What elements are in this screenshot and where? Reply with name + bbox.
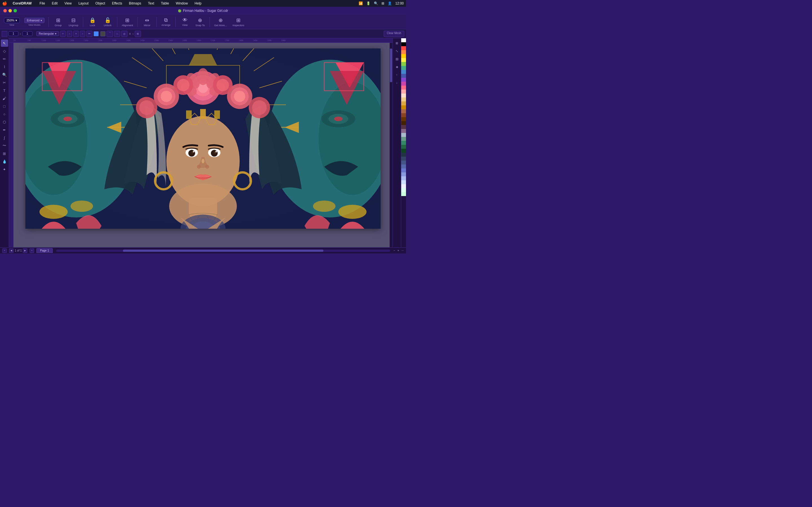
lock-button[interactable]: 🔒 Lock: [86, 16, 100, 28]
right-layers-btn[interactable]: ▤: [393, 55, 401, 62]
select-tool-btn[interactable]: ↖: [1, 40, 8, 47]
text-tool-btn[interactable]: T: [1, 87, 8, 94]
palette-color-25[interactable]: [401, 137, 406, 141]
palette-color-1[interactable]: [401, 42, 406, 46]
palette-color-16[interactable]: [401, 101, 406, 105]
menu-file[interactable]: File: [38, 1, 46, 6]
menu-window[interactable]: Window: [174, 1, 189, 6]
palette-color-31[interactable]: [401, 161, 406, 165]
right-download-btn[interactable]: ↓: [393, 79, 401, 86]
group-button[interactable]: ⊞ Group: [51, 16, 65, 28]
menu-edit[interactable]: Edit: [51, 1, 59, 6]
next-page-btn[interactable]: ▶: [23, 248, 28, 253]
palette-color-34[interactable]: [401, 172, 406, 176]
alignment-button[interactable]: ⊞ Alignment: [119, 16, 135, 28]
ungroup-button[interactable]: ⊟ Ungroup: [66, 16, 81, 28]
pen-edit-btn[interactable]: ✏: [86, 31, 93, 37]
palette-color-24[interactable]: [401, 133, 406, 137]
x-coord[interactable]: 1: [8, 31, 18, 36]
paint-tool-btn[interactable]: 🖌: [1, 95, 8, 102]
menu-bitmaps[interactable]: Bitmaps: [128, 1, 142, 6]
node-stepper[interactable]: ↕: [133, 33, 134, 35]
clear-mesh-button[interactable]: Clear Mesh: [384, 31, 404, 37]
right-transform-btn[interactable]: ⤡: [393, 47, 401, 55]
remove-row-btn[interactable]: −: [67, 31, 72, 37]
add-page-btn[interactable]: +: [2, 248, 7, 253]
fill-color-swatch[interactable]: [94, 31, 99, 36]
palette-color-6[interactable]: [401, 62, 406, 66]
palette-color-9[interactable]: [401, 74, 406, 78]
palette-color-28[interactable]: [401, 149, 406, 153]
v-scroll-thumb[interactable]: [390, 48, 392, 82]
palette-color-10[interactable]: [401, 78, 406, 82]
inspectors-button[interactable]: ⊞ Inspectors: [231, 16, 247, 28]
palette-color-22[interactable]: [401, 125, 406, 129]
shape-type-select[interactable]: Rectangular ▾: [36, 31, 59, 36]
palette-color-21[interactable]: [401, 121, 406, 125]
palette-color-33[interactable]: [401, 168, 406, 172]
arrange-button[interactable]: ⧉ Arrange: [159, 16, 173, 27]
menu-object[interactable]: Object: [94, 1, 106, 6]
palette-color-18[interactable]: [401, 109, 406, 113]
palette-color-29[interactable]: [401, 153, 406, 157]
add-row-btn[interactable]: +: [60, 31, 65, 37]
smear-btn[interactable]: 〜: [1, 142, 8, 149]
add-col-btn[interactable]: +: [73, 31, 79, 37]
minimize-button[interactable]: [8, 9, 12, 12]
palette-color-20[interactable]: [401, 117, 406, 121]
get-more-button[interactable]: ⊕ Get More...: [212, 16, 229, 28]
palette-color-32[interactable]: [401, 165, 406, 168]
pen-tool-btn[interactable]: ✒: [1, 126, 8, 133]
vertical-scrollbar[interactable]: [390, 43, 393, 247]
remove-col-btn[interactable]: −: [80, 31, 85, 37]
palette-color-39[interactable]: [401, 192, 406, 196]
unlock-button[interactable]: 🔓 Unlock: [101, 16, 115, 28]
palette-color-14[interactable]: [401, 94, 406, 98]
menu-table[interactable]: Table: [160, 1, 170, 6]
palette-color-36[interactable]: [401, 180, 406, 184]
palette-color-19[interactable]: [401, 113, 406, 117]
palette-color-15[interactable]: [401, 98, 406, 101]
maximize-button[interactable]: [13, 9, 17, 12]
prev-page-btn[interactable]: ◀: [9, 248, 13, 253]
menu-layout[interactable]: Layout: [77, 1, 90, 6]
palette-color-7[interactable]: [401, 66, 406, 70]
snap-to-button[interactable]: ⊕ Snap To: [193, 16, 207, 28]
apple-menu[interactable]: 🍎: [2, 1, 7, 6]
polygon-tool-btn[interactable]: ⬡: [1, 118, 8, 126]
palette-color-27[interactable]: [401, 145, 406, 149]
calligraphy-btn[interactable]: ∫: [1, 134, 8, 142]
palette-color-2[interactable]: [401, 46, 406, 50]
freehand-tool-btn[interactable]: ✏: [1, 55, 8, 62]
right-bookmark-btn[interactable]: ◈: [393, 63, 401, 70]
menu-text[interactable]: Text: [147, 1, 155, 6]
palette-color-3[interactable]: [401, 50, 406, 54]
gradient-type-btn[interactable]: ◎: [121, 31, 128, 37]
mirror-button[interactable]: ⇔ Mirror: [140, 16, 154, 28]
horizontal-scrollbar[interactable]: [56, 249, 390, 252]
palette-color-13[interactable]: [401, 90, 406, 94]
palette-color-17[interactable]: [401, 105, 406, 109]
palette-color-12[interactable]: [401, 86, 406, 90]
crop-tool-btn[interactable]: ✂: [1, 79, 8, 86]
palette-color-26[interactable]: [401, 141, 406, 145]
smart-draw-btn[interactable]: ⌇: [1, 63, 8, 70]
view-button[interactable]: 👁 View: [178, 16, 192, 27]
search-icon[interactable]: 🔍: [374, 1, 378, 5]
mesh-fill-btn[interactable]: ⊞: [1, 150, 8, 157]
zoom-tool-btn[interactable]: 🔍: [1, 71, 8, 78]
zoom-input[interactable]: 250% ▾: [4, 18, 20, 23]
palette-color-4[interactable]: [401, 54, 406, 58]
menu-help[interactable]: Help: [193, 1, 203, 6]
eyedropper-btn[interactable]: 💧: [1, 158, 8, 165]
palette-color-35[interactable]: [401, 176, 406, 180]
palette-color-5[interactable]: [401, 58, 406, 62]
ellipse-tool-btn[interactable]: ○: [1, 110, 8, 118]
zoom-in-status-btn[interactable]: +: [398, 249, 399, 252]
palette-color-11[interactable]: [401, 82, 406, 86]
palette-color-37[interactable]: [401, 184, 406, 188]
menu-effects[interactable]: Effects: [111, 1, 123, 6]
rectangle-tool-btn[interactable]: □: [1, 103, 8, 110]
menu-view[interactable]: View: [63, 1, 73, 6]
zoom-out-status-btn[interactable]: −: [394, 249, 395, 252]
